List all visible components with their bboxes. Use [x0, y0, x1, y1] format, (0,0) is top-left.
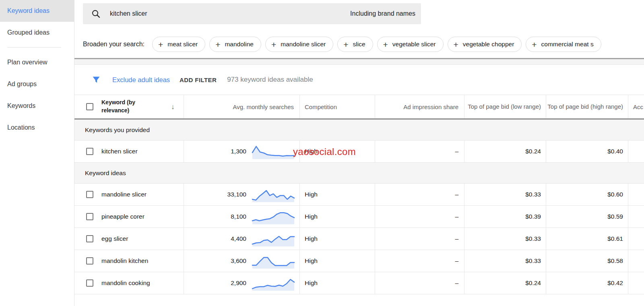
chip-mandoline[interactable]: +mandoline: [209, 37, 261, 52]
searches-value: 2,900: [231, 279, 246, 287]
row-checkbox[interactable]: [86, 279, 93, 287]
row-checkbox[interactable]: [86, 235, 93, 242]
sidebar-item-keyword-ideas[interactable]: Keyword ideas: [0, 0, 74, 22]
chip-slice[interactable]: +slice: [337, 37, 373, 52]
keyword-row: mandoline slicer33,100High–$0.33$0.60: [74, 184, 644, 206]
keyword-row: pineapple corer8,100High–$0.39$0.59: [74, 206, 644, 228]
keyword-search-bar[interactable]: kitchen slicer Including brand names: [83, 3, 421, 24]
keyword-text: mandoline slicer: [101, 191, 147, 198]
col-avg-monthly-searches[interactable]: Avg. monthly searches: [184, 95, 299, 118]
plus-icon: +: [158, 40, 163, 49]
search-trend-sparkline: [251, 231, 296, 247]
keyword-cell: pineapple corer: [74, 206, 184, 227]
col-top-of-page-bid-low[interactable]: Top of page bid (low range): [464, 95, 546, 118]
keyword-text: kitchen slicer: [101, 148, 138, 155]
keyword-cell: mandoline slicer: [74, 184, 184, 205]
bid-high-cell: $0.58: [546, 250, 628, 272]
bid-low-cell: $0.24: [464, 272, 546, 294]
table-header-row: Keyword (by relevance) ↓ Avg. monthly se…: [74, 95, 644, 120]
search-trend-sparkline: [251, 275, 296, 291]
keyword-text: mandolin kitchen: [101, 257, 148, 265]
account-status-cell: [628, 184, 644, 205]
broaden-label: Broaden your search:: [83, 41, 144, 48]
chip-label: mandoline slicer: [281, 41, 326, 48]
bid-high-cell: $0.42: [546, 272, 628, 294]
chip-meat-slicer[interactable]: +meat slicer: [152, 37, 205, 52]
keyword-row: egg slicer4,400High–$0.33$0.61: [74, 228, 644, 250]
searches-value: 33,100: [227, 191, 246, 198]
ad-impression-share-cell: –: [375, 206, 464, 227]
competition-cell: High: [299, 184, 375, 205]
chip-commercial-meat-slicer[interactable]: +commercial meat s: [526, 37, 601, 52]
competition-cell: High: [299, 206, 375, 227]
sidebar-item-plan-overview[interactable]: Plan overview: [0, 52, 74, 73]
chip-label: vegetable chopper: [463, 41, 514, 48]
account-status-cell: [628, 141, 644, 162]
row-checkbox[interactable]: [86, 257, 93, 265]
row-checkbox[interactable]: [86, 213, 93, 220]
searches-value: 1,300: [231, 148, 246, 155]
col-ad-impression-share[interactable]: Ad impression share: [375, 95, 464, 118]
chip-vegetable-slicer[interactable]: +vegetable slicer: [377, 37, 444, 52]
avg-monthly-searches-cell: 33,100: [184, 184, 299, 205]
row-checkbox[interactable]: [86, 191, 93, 198]
header-keyword-cell: Keyword (by relevance) ↓: [74, 95, 184, 118]
competition-cell: High: [299, 141, 375, 162]
col-keyword-label[interactable]: Keyword (by relevance): [101, 99, 143, 114]
select-all-checkbox[interactable]: [86, 103, 93, 110]
keyword-count-label: 973 keyword ideas available: [227, 76, 313, 84]
searches-value: 8,100: [231, 213, 246, 220]
plus-icon: +: [532, 40, 537, 49]
keyword-row: mandolin kitchen3,600High–$0.33$0.58: [74, 250, 644, 272]
section-header: Keyword ideas: [74, 163, 644, 184]
competition-cell: High: [299, 250, 375, 272]
exclude-adult-ideas-link[interactable]: Exclude adult ideas: [112, 76, 170, 84]
bid-high-cell: $0.60: [546, 184, 628, 205]
keyword-row: kitchen slicer1,300High–$0.24$0.40: [74, 141, 644, 163]
plus-icon: +: [215, 40, 220, 49]
sort-descending-icon[interactable]: ↓: [171, 103, 175, 111]
sidebar-item-keywords[interactable]: Keywords: [0, 95, 74, 117]
bid-high-cell: $0.59: [546, 206, 628, 227]
chip-label: meat slicer: [167, 41, 198, 48]
avg-monthly-searches-cell: 1,300: [184, 141, 299, 162]
table-body: Keywords you providedkitchen slicer1,300…: [74, 120, 644, 294]
avg-monthly-searches-cell: 3,600: [184, 250, 299, 272]
keyword-cell: egg slicer: [74, 228, 184, 250]
add-filter-button[interactable]: ADD FILTER: [180, 76, 217, 83]
bid-high-cell: $0.61: [546, 228, 628, 250]
search-query[interactable]: kitchen slicer: [110, 10, 147, 17]
row-checkbox[interactable]: [86, 148, 93, 155]
horizontal-scroll-band[interactable]: [74, 58, 644, 65]
plus-icon: +: [383, 40, 388, 49]
bid-low-cell: $0.33: [464, 184, 546, 205]
chip-label: mandoline: [225, 41, 254, 48]
account-status-cell: [628, 272, 644, 294]
searches-value: 3,600: [231, 257, 246, 265]
search-trend-sparkline: [251, 253, 296, 269]
col-competition[interactable]: Competition: [299, 95, 375, 118]
brand-names-option[interactable]: Including brand names: [350, 10, 421, 17]
sidebar-item-locations[interactable]: Locations: [0, 117, 74, 139]
sidebar-item-grouped-ideas[interactable]: Grouped ideas: [0, 22, 74, 43]
search-trend-sparkline: [251, 209, 296, 225]
bid-high-cell: $0.40: [546, 141, 628, 162]
filter-icon[interactable]: [91, 75, 101, 85]
sidebar-item-ad-groups[interactable]: Ad groups: [0, 73, 74, 95]
account-status-cell: [628, 206, 644, 227]
avg-monthly-searches-cell: 8,100: [184, 206, 299, 227]
main-content: kitchen slicer Including brand names Bro…: [74, 0, 644, 306]
chip-vegetable-chopper[interactable]: +vegetable chopper: [448, 37, 522, 52]
section-header: Keywords you provided: [74, 120, 644, 141]
chip-mandoline-slicer[interactable]: +mandoline slicer: [265, 37, 333, 52]
search-icon: [91, 9, 101, 19]
plus-icon: +: [343, 40, 348, 49]
sidebar: Keyword ideas Grouped ideas Plan overvie…: [0, 0, 74, 306]
keyword-cell: mandolin kitchen: [74, 250, 184, 272]
col-top-of-page-bid-high[interactable]: Top of page bid (high range): [546, 95, 628, 118]
ad-impression-share-cell: –: [375, 250, 464, 272]
keyword-planner-app: Keyword ideas Grouped ideas Plan overvie…: [0, 0, 644, 306]
keyword-text: pineapple corer: [101, 213, 144, 220]
col-account-status[interactable]: Acc: [628, 95, 644, 118]
search-trend-sparkline: [251, 186, 296, 203]
